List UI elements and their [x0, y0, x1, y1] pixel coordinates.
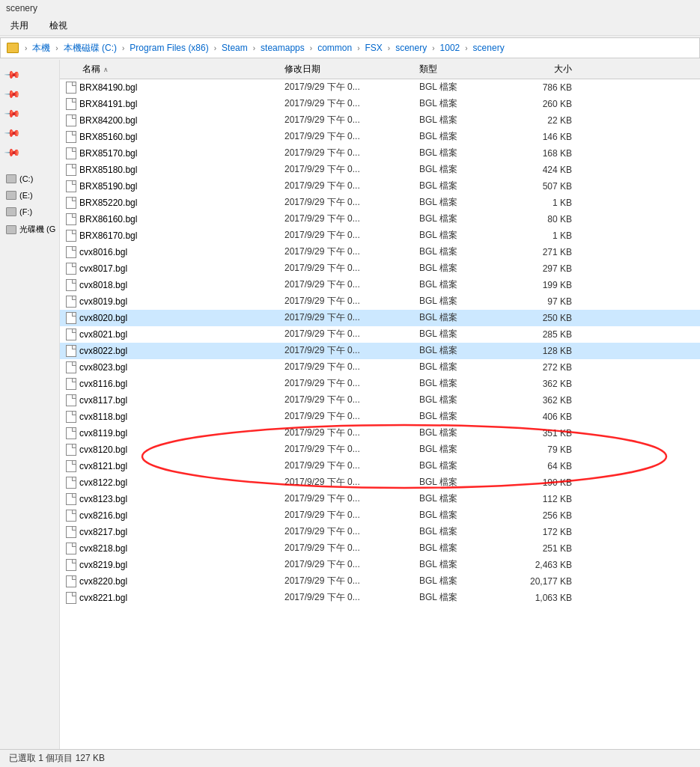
- table-row[interactable]: BRX85220.bgl 2017/9/29 下午 0... BGL 檔案 1 …: [60, 195, 700, 211]
- file-type: BGL 檔案: [419, 591, 509, 604]
- file-size: 1,063 KB: [509, 593, 584, 603]
- table-row[interactable]: cvx8017.bgl 2017/9/29 下午 0... BGL 檔案 297…: [60, 260, 700, 277]
- file-type: BGL 檔案: [419, 361, 509, 373]
- file-name: cvx8022.bgl: [79, 346, 127, 356]
- file-date: 2017/9/29 下午 0...: [284, 427, 419, 439]
- table-row[interactable]: cvx8220.bgl 2017/9/29 下午 0... BGL 檔案 20,…: [60, 573, 700, 590]
- sidebar-pin-1[interactable]: 📌: [3, 66, 56, 82]
- sidebar-drive-g[interactable]: 光碟機 (G: [3, 221, 56, 237]
- table-row[interactable]: cvx8218.bgl 2017/9/29 下午 0... BGL 檔案 251…: [60, 540, 700, 557]
- file-page-icon: [66, 361, 76, 373]
- table-row[interactable]: BRX85180.bgl 2017/9/29 下午 0... BGL 檔案 42…: [60, 162, 700, 178]
- file-size: 362 KB: [509, 379, 584, 389]
- file-type: BGL 檔案: [419, 459, 509, 472]
- table-row[interactable]: cvx8023.bgl 2017/9/29 下午 0... BGL 檔案 272…: [60, 359, 700, 376]
- pin-icon: 📌: [4, 85, 21, 102]
- file-page-icon: [66, 82, 76, 94]
- table-row[interactable]: cvx8219.bgl 2017/9/29 下午 0... BGL 檔案 2,4…: [60, 557, 700, 573]
- sidebar-pin-3[interactable]: 📌: [3, 105, 56, 121]
- col-header-name[interactable]: 名稱 ∧: [60, 63, 284, 76]
- sidebar-drive-c[interactable]: (C:): [3, 172, 56, 186]
- table-row[interactable]: cvx8122.bgl 2017/9/29 下午 0... BGL 檔案 190…: [60, 474, 700, 491]
- file-type: BGL 檔案: [419, 443, 509, 456]
- file-size: 128 KB: [509, 346, 584, 356]
- file-size: 256 KB: [509, 510, 584, 521]
- breadcrumb-steamapps[interactable]: steamapps: [258, 42, 307, 54]
- file-name: cvx8016.bgl: [79, 247, 127, 257]
- table-row[interactable]: cvx8116.bgl 2017/9/29 下午 0... BGL 檔案 362…: [60, 376, 700, 392]
- table-row[interactable]: BRX85190.bgl 2017/9/29 下午 0... BGL 檔案 50…: [60, 178, 700, 195]
- table-row[interactable]: cvx8120.bgl 2017/9/29 下午 0... BGL 檔案 79 …: [60, 441, 700, 458]
- table-row[interactable]: cvx8123.bgl 2017/9/29 下午 0... BGL 檔案 112…: [60, 491, 700, 507]
- breadcrumb-programfiles[interactable]: Program Files (x86): [127, 42, 210, 54]
- breadcrumb-computer[interactable]: 本機: [30, 41, 52, 55]
- table-row[interactable]: cvx8020.bgl 2017/9/29 下午 0... BGL 檔案 250…: [60, 310, 700, 326]
- table-row[interactable]: cvx8118.bgl 2017/9/29 下午 0... BGL 檔案 406…: [60, 409, 700, 425]
- breadcrumb-c[interactable]: 本機磁碟 (C:): [61, 41, 119, 55]
- sidebar-drive-e[interactable]: (E:): [3, 189, 56, 202]
- sidebar-pin-2[interactable]: 📌: [3, 85, 56, 102]
- breadcrumb-common[interactable]: common: [315, 42, 354, 54]
- table-row[interactable]: cvx8019.bgl 2017/9/29 下午 0... BGL 檔案 97 …: [60, 293, 700, 310]
- file-type: BGL 檔案: [419, 542, 509, 554]
- file-date: 2017/9/29 下午 0...: [284, 476, 419, 489]
- file-icon-cell: cvx8017.bgl: [60, 263, 284, 275]
- col-header-date[interactable]: 修改日期: [284, 63, 419, 76]
- file-page-icon: [66, 559, 76, 571]
- file-icon-cell: BRX86170.bgl: [60, 230, 284, 242]
- sidebar-pin-4[interactable]: 📌: [3, 124, 56, 141]
- pin-icon: 📌: [4, 144, 21, 160]
- table-row[interactable]: cvx8217.bgl 2017/9/29 下午 0... BGL 檔案 172…: [60, 524, 700, 540]
- file-size: 351 KB: [509, 428, 584, 438]
- sidebar-drive-f[interactable]: (F:): [3, 205, 56, 219]
- breadcrumb-steam[interactable]: Steam: [219, 42, 250, 54]
- file-name: cvx8217.bgl: [79, 527, 127, 537]
- table-row[interactable]: cvx8021.bgl 2017/9/29 下午 0... BGL 檔案 285…: [60, 326, 700, 343]
- file-date: 2017/9/29 下午 0...: [284, 97, 419, 110]
- file-type: BGL 檔案: [419, 229, 509, 242]
- file-name: BRX86170.bgl: [79, 230, 137, 241]
- file-size: 297 KB: [509, 263, 584, 274]
- col-header-size[interactable]: 大小: [509, 63, 584, 76]
- file-name: BRX85170.bgl: [79, 148, 137, 159]
- table-row[interactable]: cvx8119.bgl 2017/9/29 下午 0... BGL 檔案 351…: [60, 425, 700, 441]
- table-row[interactable]: BRX85170.bgl 2017/9/29 下午 0... BGL 檔案 16…: [60, 145, 700, 162]
- drive-icon: [6, 191, 16, 200]
- file-size: 79 KB: [509, 444, 584, 455]
- file-page-icon: [66, 460, 76, 472]
- pin-icon: 📌: [4, 105, 21, 121]
- table-row[interactable]: BRX86160.bgl 2017/9/29 下午 0... BGL 檔案 80…: [60, 211, 700, 227]
- file-page-icon: [66, 131, 76, 143]
- file-name: cvx8021.bgl: [79, 329, 127, 340]
- sidebar-drive-e-label: (E:): [19, 191, 33, 200]
- status-text: 已選取 1 個項目 127 KB: [9, 752, 105, 765]
- table-row[interactable]: BRX85160.bgl 2017/9/29 下午 0... BGL 檔案 14…: [60, 129, 700, 145]
- table-row[interactable]: BRX86170.bgl 2017/9/29 下午 0... BGL 檔案 1 …: [60, 227, 700, 244]
- file-date: 2017/9/29 下午 0...: [284, 558, 419, 571]
- menu-view[interactable]: 檢視: [45, 18, 72, 34]
- file-size: 1 KB: [509, 198, 584, 208]
- table-row[interactable]: cvx8018.bgl 2017/9/29 下午 0... BGL 檔案 199…: [60, 277, 700, 293]
- table-row[interactable]: BRX84190.bgl 2017/9/29 下午 0... BGL 檔案 78…: [60, 79, 700, 96]
- breadcrumb-1002[interactable]: 1002: [438, 42, 463, 54]
- file-page-icon: [66, 279, 76, 291]
- col-header-type[interactable]: 類型: [419, 63, 509, 76]
- breadcrumb-scenery2[interactable]: scenery: [471, 42, 507, 54]
- table-row[interactable]: BRX84200.bgl 2017/9/29 下午 0... BGL 檔案 22…: [60, 112, 700, 129]
- breadcrumb-scenery1[interactable]: scenery: [393, 42, 429, 54]
- table-row[interactable]: cvx8117.bgl 2017/9/29 下午 0... BGL 檔案 362…: [60, 392, 700, 409]
- file-size: 80 KB: [509, 214, 584, 224]
- table-row[interactable]: cvx8216.bgl 2017/9/29 下午 0... BGL 檔案 256…: [60, 507, 700, 524]
- menu-share[interactable]: 共用: [6, 18, 33, 34]
- file-page-icon: [66, 98, 76, 110]
- table-row[interactable]: cvx8016.bgl 2017/9/29 下午 0... BGL 檔案 271…: [60, 244, 700, 260]
- sidebar-pin-5[interactable]: 📌: [3, 144, 56, 160]
- file-type: BGL 檔案: [419, 476, 509, 489]
- table-row[interactable]: BRX84191.bgl 2017/9/29 下午 0... BGL 檔案 26…: [60, 96, 700, 112]
- table-row[interactable]: cvx8022.bgl 2017/9/29 下午 0... BGL 檔案 128…: [60, 343, 700, 359]
- table-row[interactable]: cvx8221.bgl 2017/9/29 下午 0... BGL 檔案 1,0…: [60, 590, 700, 606]
- breadcrumb-fsx[interactable]: FSX: [363, 42, 385, 54]
- file-page-icon: [66, 246, 76, 258]
- file-page-icon: [66, 147, 76, 159]
- table-row[interactable]: cvx8121.bgl 2017/9/29 下午 0... BGL 檔案 64 …: [60, 458, 700, 474]
